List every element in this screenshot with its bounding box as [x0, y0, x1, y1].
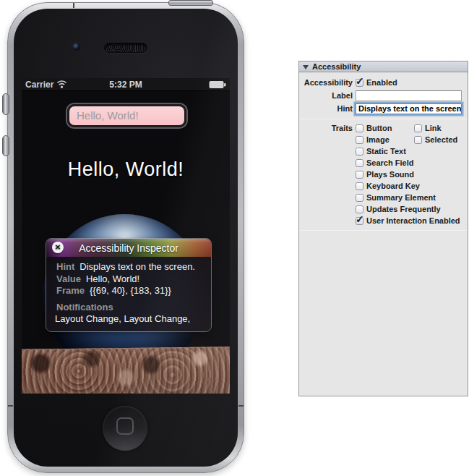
earpiece-speaker-icon: [104, 43, 147, 53]
trait-row: Keyboard Key: [299, 180, 468, 192]
wifi-icon: [56, 80, 67, 88]
checkbox-selected[interactable]: [414, 136, 422, 144]
iphone-device-frame: Carrier 5:32 PM: [7, 2, 244, 473]
hint-input[interactable]: Displays text on the screen.: [356, 103, 462, 114]
volume-up-button[interactable]: [2, 93, 9, 115]
trait-row: Search Field: [299, 157, 468, 169]
trait-row: Plays Sound: [299, 169, 468, 180]
inspector-row-value: ValueHello, World!: [56, 273, 205, 286]
accessibility-enabled-row: Accessibility Enabled: [299, 76, 468, 89]
hint-field-label: Hint: [299, 104, 353, 113]
hint-field-row: Hint Displays text on the screen.: [299, 102, 468, 115]
hello-text-field-value: Hello, World!: [77, 109, 139, 122]
panel-header-title: Accessibility: [312, 62, 361, 71]
label-field-row: Label: [299, 89, 468, 102]
traits-section: Traits Button Link Image Selected Static…: [299, 119, 468, 230]
accessibility-row-label: Accessibility: [299, 78, 353, 87]
enabled-label: Enabled: [366, 78, 397, 87]
trait-row: User Interaction Enabled: [299, 215, 468, 226]
label-field-label: Label: [299, 91, 353, 100]
trait-row: Traits Button Link: [299, 122, 468, 134]
section-divider: [299, 230, 468, 231]
checkbox-summary-element[interactable]: [356, 194, 363, 202]
inspector-row-hint: HintDisplays text on the screen.: [56, 261, 205, 273]
checkbox-link[interactable]: [414, 124, 422, 132]
power-button[interactable]: [168, 0, 213, 6]
accessibility-inspector-panel: Accessibility Accessibility Enabled Labe…: [298, 61, 468, 396]
front-camera-icon: [72, 42, 81, 51]
label-input[interactable]: [356, 90, 462, 101]
inspector-title: Accessibility Inspector: [79, 242, 178, 254]
status-bar: Carrier 5:32 PM: [22, 78, 230, 91]
band-seam: [73, 3, 74, 8]
checkbox-search-field[interactable]: [356, 159, 363, 167]
checkbox-keyboard-key[interactable]: [356, 182, 363, 190]
panel-header[interactable]: Accessibility: [299, 61, 468, 72]
disclosure-triangle-icon[interactable]: [303, 65, 309, 69]
traits-label: Traits: [299, 124, 353, 132]
accessibility-inspector-overlay: ✕ Accessibility Inspector HintDisplays t…: [46, 238, 212, 332]
home-button-square-icon: [116, 417, 134, 435]
checkbox-button[interactable]: [356, 124, 363, 132]
trait-row: Static Text: [299, 145, 468, 157]
checkbox-image[interactable]: [356, 136, 363, 144]
moon-surface-image: [22, 347, 230, 394]
inspector-title-bar[interactable]: ✕ Accessibility Inspector: [46, 239, 211, 257]
phone-front-glass: Carrier 5:32 PM: [14, 9, 238, 467]
checkbox-plays-sound[interactable]: [356, 171, 363, 179]
battery-icon: [209, 80, 226, 89]
checkbox-updates-frequently[interactable]: [356, 205, 363, 213]
simulator-screen: Carrier 5:32 PM: [22, 78, 230, 394]
band-seam: [238, 405, 244, 407]
trait-row: Updates Frequently: [299, 203, 468, 215]
trait-row: Image Selected: [299, 134, 468, 145]
screenshot-root: Carrier 5:32 PM: [0, 0, 469, 476]
inspector-body: HintDisplays text on the screen. ValueHe…: [46, 257, 211, 332]
inspector-row-frame: Frame{{69, 40}, {183, 31}}: [56, 285, 205, 297]
checkbox-static-text[interactable]: [356, 148, 363, 156]
trait-row: Summary Element: [299, 192, 468, 203]
checkbox-user-interaction-enabled[interactable]: [356, 217, 363, 225]
volume-down-button[interactable]: [2, 135, 9, 156]
hello-world-label: Hello, World!: [22, 158, 230, 181]
clock-label: 5:32 PM: [109, 80, 142, 90]
carrier-label: Carrier: [25, 80, 53, 90]
home-button[interactable]: [103, 406, 147, 451]
close-icon[interactable]: ✕: [52, 242, 64, 253]
checkbox-enabled[interactable]: [356, 79, 363, 87]
band-seam: [8, 405, 13, 407]
notifications-label: Notifications: [56, 302, 205, 314]
notifications-value: Layout Change, Layout Change,: [55, 313, 205, 326]
hello-text-field[interactable]: Hello, World!: [67, 104, 186, 127]
